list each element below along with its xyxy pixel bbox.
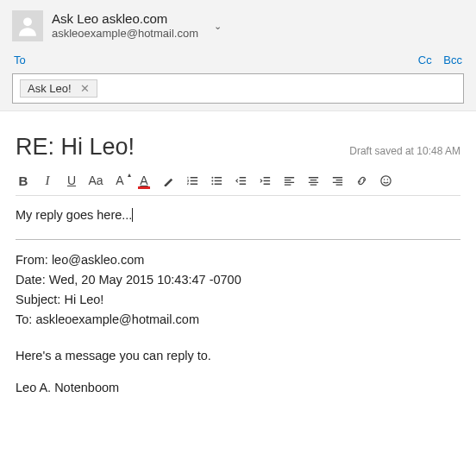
chevron-down-icon[interactable]: ⌄ — [214, 21, 222, 32]
compose-editor[interactable]: My reply goes here... — [16, 206, 460, 225]
emoji-button[interactable] — [378, 173, 393, 188]
sender-block[interactable]: Ask Leo askleo.com askleoexample@hotmail… — [52, 11, 198, 41]
quoted-from-label: From: — [16, 253, 48, 267]
compose-body: RE: Hi Leo! Draft saved at 10:48 AM B I … — [0, 111, 476, 398]
bold-button[interactable]: B — [16, 173, 31, 188]
quoted-signature: Leo A. Notenboom — [16, 378, 460, 398]
format-toolbar: B I U Aa A▴ A — [16, 167, 460, 196]
subject-line[interactable]: RE: Hi Leo! — [16, 134, 135, 161]
quoted-to-value: askleoexample@hotmail.com — [35, 312, 199, 326]
recipient-chip[interactable]: Ask Leo! ✕ — [20, 79, 97, 98]
font-size-step-button[interactable]: A▴ — [112, 173, 128, 188]
font-size-button[interactable]: Aa — [88, 173, 103, 188]
svg-point-3 — [211, 183, 213, 185]
quoted-body: Here's a message you can reply to. — [16, 346, 460, 366]
outdent-button[interactable] — [233, 173, 248, 188]
compose-text: My reply goes here... — [16, 208, 133, 222]
svg-point-5 — [383, 179, 385, 180]
reply-separator — [16, 239, 460, 240]
quoted-message[interactable]: From: leo@askleo.com Date: Wed, 20 May 2… — [16, 250, 460, 399]
recipient-labels: To Cc Bcc — [14, 54, 462, 66]
avatar — [12, 10, 43, 41]
svg-point-1 — [211, 176, 213, 178]
quoted-subject-label: Subject: — [16, 293, 60, 306]
numbered-list-button[interactable] — [185, 173, 200, 188]
to-field[interactable]: Ask Leo! ✕ — [12, 73, 464, 104]
to-label[interactable]: To — [14, 54, 26, 66]
from-row: Ask Leo askleo.com askleoexample@hotmail… — [12, 10, 464, 41]
bcc-button[interactable]: Bcc — [443, 54, 462, 66]
bullet-list-button[interactable] — [209, 173, 224, 188]
sender-name: Ask Leo askleo.com — [52, 11, 198, 28]
person-icon — [16, 14, 40, 38]
align-left-button[interactable] — [281, 173, 297, 188]
font-color-button[interactable]: A — [136, 173, 152, 188]
quoted-subject-value: Hi Leo! — [64, 293, 103, 306]
indent-button[interactable] — [257, 173, 272, 188]
align-center-button[interactable] — [305, 173, 321, 188]
link-button[interactable] — [354, 173, 369, 188]
sender-email: askleoexample@hotmail.com — [52, 27, 198, 41]
compose-header: Ask Leo askleo.com askleoexample@hotmail… — [0, 0, 476, 111]
svg-point-2 — [211, 180, 213, 181]
draft-status: Draft saved at 10:48 AM — [349, 145, 460, 157]
highlight-button[interactable] — [160, 173, 176, 188]
svg-point-4 — [380, 175, 390, 185]
quoted-date-value: Wed, 20 May 2015 10:43:47 -0700 — [49, 273, 241, 287]
quoted-date-label: Date: — [16, 273, 46, 287]
quoted-to-label: To: — [16, 312, 32, 326]
align-right-button[interactable] — [329, 173, 345, 188]
close-icon[interactable]: ✕ — [77, 82, 93, 95]
italic-button[interactable]: I — [40, 173, 55, 188]
quoted-from-value: leo@askleo.com — [52, 253, 144, 267]
svg-point-0 — [23, 17, 32, 26]
svg-point-6 — [386, 179, 388, 180]
underline-button[interactable]: U — [64, 173, 79, 188]
cc-button[interactable]: Cc — [418, 54, 432, 66]
recipient-chip-label: Ask Leo! — [28, 82, 72, 95]
